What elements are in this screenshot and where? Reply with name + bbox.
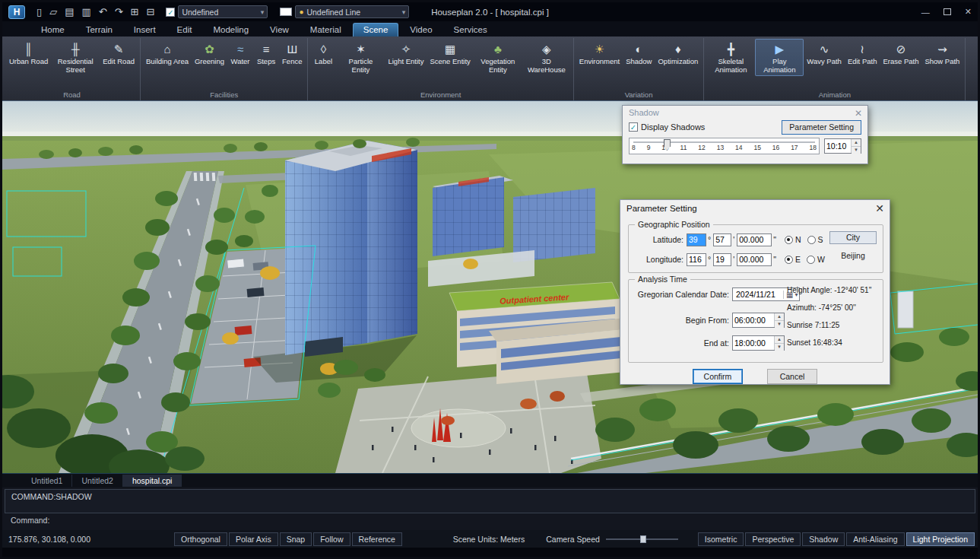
- ribbon-item-urban-road[interactable]: ║Urban Road: [6, 39, 51, 68]
- doc-tab-untitled1[interactable]: Untitled1: [22, 475, 72, 487]
- ribbon-item-show-path[interactable]: ⇝Show Path: [921, 39, 963, 68]
- end-at-input[interactable]: [733, 336, 774, 350]
- ribbon-item-water[interactable]: ≈Water: [227, 39, 253, 68]
- ribbon-tab-home[interactable]: Home: [31, 24, 75, 37]
- ribbon-tab-scene[interactable]: Scene: [353, 23, 399, 37]
- view-toggle-shadow[interactable]: Shadow: [802, 532, 845, 546]
- save-icon[interactable]: ▤: [65, 6, 74, 17]
- status-toggle-follow[interactable]: Follow: [313, 532, 350, 546]
- redo-icon[interactable]: ↷: [115, 6, 123, 17]
- ribbon-item-scene-entity[interactable]: ▦Scene Entity: [427, 39, 473, 68]
- view-toggle-anti-aliasing[interactable]: Anti-Aliasing: [846, 532, 904, 546]
- ribbon-item-optimization[interactable]: ♦Optimization: [655, 39, 701, 68]
- ribbon-tab-modeling[interactable]: Modeling: [203, 24, 258, 37]
- open-folder-icon[interactable]: ▱: [49, 6, 57, 17]
- ribbon-tab-video[interactable]: Video: [400, 24, 442, 37]
- ribbon-tab-insert[interactable]: Insert: [124, 24, 166, 37]
- west-radio[interactable]: [807, 256, 815, 264]
- undo-icon[interactable]: ↶: [99, 6, 107, 17]
- latitude-degrees-input[interactable]: [687, 233, 706, 246]
- command-prompt[interactable]: Command:: [5, 513, 975, 526]
- longitude-minutes-input[interactable]: [713, 253, 731, 266]
- doc-tab-hospital-cpi[interactable]: hospital.cpi: [123, 475, 182, 487]
- display-shadows-checkbox[interactable]: ✓: [629, 122, 638, 132]
- ribbon-item-environment[interactable]: ☀Environment: [576, 39, 623, 68]
- view-toggle-isometric[interactable]: Isometric: [698, 532, 744, 546]
- spin-down-icon[interactable]: ▼: [852, 147, 861, 154]
- ribbon-item-particle-entity[interactable]: ✶Particle Entity: [336, 39, 385, 76]
- ribbon-tab-services[interactable]: Services: [444, 24, 497, 37]
- spin-down-icon[interactable]: ▼: [775, 321, 784, 328]
- south-radio[interactable]: [807, 236, 816, 244]
- spin-up-icon[interactable]: ▲: [852, 139, 861, 147]
- status-toggle-orthogonal[interactable]: Orthogonal: [174, 532, 227, 546]
- doc-tab-untitled2[interactable]: Untitled2: [72, 475, 122, 487]
- latitude-seconds-input[interactable]: [737, 233, 772, 246]
- ribbon-item-erase-path[interactable]: ⊘Erase Path: [880, 39, 921, 68]
- restore-button[interactable]: [944, 8, 951, 15]
- ribbon-item-greening[interactable]: ✿Greening: [192, 39, 227, 68]
- layer-combobox[interactable]: Undefined ▾: [178, 5, 268, 18]
- ribbon-tab-material[interactable]: Material: [300, 24, 351, 37]
- status-toggle-polar-axis[interactable]: Polar Axis: [229, 532, 278, 546]
- save-all-icon[interactable]: ▥: [81, 6, 90, 17]
- city-button[interactable]: City: [829, 231, 877, 244]
- ribbon-item-vegetation-entity[interactable]: ♣Vegetation Entity: [474, 39, 522, 76]
- confirm-button[interactable]: Confirm: [693, 369, 743, 384]
- ribbon-item-play-animation[interactable]: ▶Play Animation: [755, 39, 804, 76]
- shadow-time-slider[interactable]: 89101112131415161718: [629, 138, 820, 154]
- begin-from-input[interactable]: [733, 313, 774, 327]
- ribbon-item-label[interactable]: ◊Label: [310, 39, 336, 68]
- ribbon-item-steps[interactable]: ≡Steps: [253, 39, 279, 68]
- 3d-warehouse-icon: ◈: [542, 41, 551, 58]
- ribbon-tab-edit[interactable]: Edit: [167, 24, 202, 37]
- gregorian-date-input[interactable]: [734, 289, 782, 300]
- latitude-minutes-input[interactable]: [713, 233, 731, 246]
- longitude-degrees-input[interactable]: [687, 253, 706, 266]
- parameter-setting-button[interactable]: Parameter Setting: [782, 120, 861, 135]
- close-button[interactable]: ✕: [965, 7, 972, 17]
- ribbon-item-edit-road[interactable]: ✎Edit Road: [100, 39, 138, 68]
- print-icon[interactable]: ⊞: [131, 6, 139, 17]
- close-icon[interactable]: ✕: [855, 108, 862, 119]
- line-color-swatch[interactable]: [280, 8, 292, 16]
- share-icon[interactable]: ⊟: [146, 6, 154, 17]
- view-toggle-light-projection[interactable]: Light Projection: [906, 532, 975, 546]
- ribbon-item-shadow[interactable]: ◐Shadow: [623, 39, 655, 68]
- spin-up-icon[interactable]: ▲: [775, 313, 784, 321]
- shadow-time-spinner[interactable]: ▲ ▼: [824, 138, 861, 154]
- end-at-spinner[interactable]: ▲ ▼: [732, 335, 785, 351]
- shadow-time-input[interactable]: [825, 139, 851, 153]
- water-icon: ≈: [237, 41, 243, 58]
- ribbon-item-wavy-path[interactable]: ∿Wavy Path: [804, 39, 845, 68]
- view-toggle-perspective[interactable]: Perspective: [745, 532, 801, 546]
- east-radio[interactable]: [785, 256, 793, 264]
- viewport-3d[interactable]: Outpatient center: [2, 101, 978, 473]
- longitude-seconds-input[interactable]: [737, 253, 772, 266]
- ribbon-item-fence[interactable]: ШFence: [279, 39, 305, 68]
- status-toggle-snap[interactable]: Snap: [280, 532, 312, 546]
- command-history[interactable]: COMMAND:SHADOW: [5, 489, 975, 513]
- ribbon-item-edit-path[interactable]: ≀Edit Path: [845, 39, 880, 68]
- ribbon-item-3d-warehouse[interactable]: ◈3D WareHouse: [522, 39, 571, 76]
- north-radio[interactable]: [785, 236, 793, 244]
- slider-tick: 12: [698, 144, 705, 151]
- cancel-button[interactable]: Cancel: [767, 369, 817, 384]
- ribbon-item-light-entity[interactable]: ✧Light Entity: [385, 39, 427, 68]
- layer-checkbox[interactable]: ✓: [166, 8, 175, 17]
- camera-speed-slider[interactable]: [606, 535, 678, 544]
- ribbon-item-skeletal-animation[interactable]: ╋Skeletal Animation: [706, 39, 755, 76]
- new-document-icon[interactable]: ▯: [36, 6, 42, 17]
- ribbon-tab-view[interactable]: View: [260, 24, 299, 37]
- status-toggle-reference[interactable]: Reference: [352, 532, 402, 546]
- camera-speed-slider-handle[interactable]: [640, 535, 646, 543]
- spin-down-icon[interactable]: ▼: [775, 344, 784, 351]
- ribbon-item-building-area[interactable]: ⌂Building Area: [143, 39, 192, 68]
- ribbon-item-residential-street[interactable]: ╫Residential Street: [51, 39, 100, 76]
- linestyle-combobox[interactable]: ● Undefined Line ▾: [295, 5, 409, 18]
- begin-from-spinner[interactable]: ▲ ▼: [732, 313, 785, 328]
- close-icon[interactable]: ✕: [875, 202, 884, 214]
- minimize-button[interactable]: —: [921, 8, 930, 17]
- ribbon-tab-terrain[interactable]: Terrain: [76, 24, 122, 37]
- spin-up-icon[interactable]: ▲: [775, 336, 784, 344]
